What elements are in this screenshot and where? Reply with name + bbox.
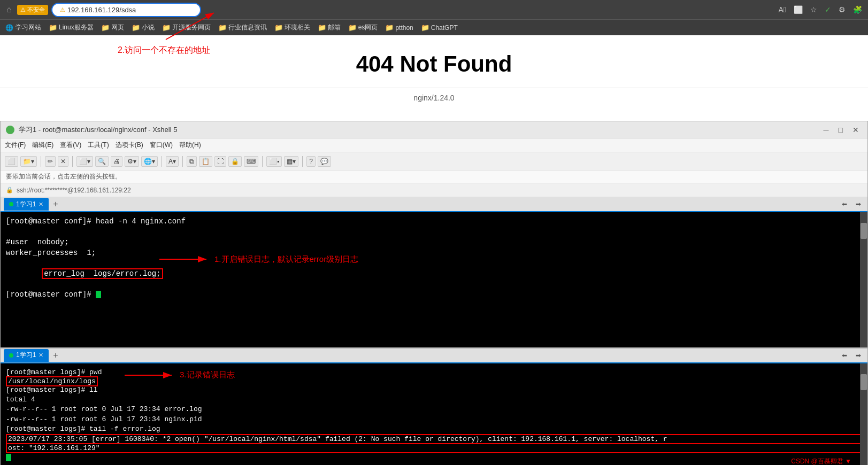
toolbar-new[interactable]: ⬜ (5, 156, 18, 167)
t2-line-5: -rw-r--r-- 1 root root 0 Jul 17 23:34 er… (6, 405, 862, 414)
toolbar-search[interactable]: 🔍 (95, 156, 109, 167)
xshell-titlebar-1: 学习1 - root@master:/usr/local/nginx/conf … (1, 121, 867, 138)
shield-icon[interactable]: ✓ (823, 4, 833, 15)
annotation-wrapper: 2.访问一个不存在的地址 (118, 45, 210, 56)
home-button[interactable]: ⌂ (4, 3, 14, 17)
tab-close-button[interactable]: ✕ (39, 201, 43, 208)
toolbar-copy-row[interactable]: ⬜▾ (76, 156, 93, 167)
xshell-toolbar-1: ⬜ 📁▾ ✏ ✕ ⬜▾ 🔍 🖨 ⚙▾ 🌐▾ A▾ ⧉ 📋 ⛶ 🔒 ⌨ ⬜▪ ▦▾… (1, 152, 867, 170)
bookmark-linux[interactable]: 📁 Linux服务器 (49, 23, 94, 32)
toolbar-properties[interactable]: ⚙▾ (125, 156, 139, 167)
lock-icon: ⚠ (60, 6, 65, 13)
menu-edit[interactable]: 编辑(E) (32, 141, 53, 150)
t2-line-4: total 4 (6, 395, 862, 405)
annotation-arrow-2 (124, 370, 177, 381)
bookmark-label: ptthon (395, 24, 413, 32)
bookmark-chatgpt[interactable]: 📁 ChatGPT (421, 24, 458, 32)
toolbar-font[interactable]: A▾ (166, 156, 179, 167)
scroll-thumb-1[interactable] (861, 223, 867, 239)
toolbar-print[interactable]: 🖨 (111, 156, 122, 167)
tab-icon[interactable]: ⬜ (792, 4, 804, 15)
browser-toolbar-icons: A⃞ ⬜ ☆ ✓ ⚙ 🧩 (777, 4, 864, 15)
toolbar-globe[interactable]: 🌐▾ (141, 156, 158, 167)
toolbar-scroll[interactable]: ⬜▪ (266, 156, 282, 167)
bookmark-label: Linux服务器 (59, 23, 94, 32)
t2-error-wrap: 2023/07/17 23:35:05 [error] 16083#0: *2 … (6, 434, 862, 453)
page-divider (0, 88, 868, 88)
scrollbar-1[interactable] (860, 212, 867, 347)
annotation-arrow (160, 10, 225, 42)
bookmark-site[interactable]: 🌐 学习网站 (5, 23, 41, 32)
bookmark-novel[interactable]: 📁 小说 (132, 23, 155, 32)
scroll-thumb-2[interactable] (861, 374, 867, 390)
bookmark-industry[interactable]: 📁 行业信息资讯 (218, 23, 267, 32)
sidebar-toggle2[interactable]: ➡ (852, 199, 864, 209)
toolbar-lock[interactable]: 🔒 (228, 156, 242, 167)
settings-icon[interactable]: ⚙ (837, 4, 847, 15)
folder-icon: 📁 (49, 24, 57, 32)
maximize-button[interactable]: □ (835, 125, 846, 135)
cursor (96, 291, 101, 298)
toolbar-chat[interactable]: 💬 (318, 156, 331, 167)
toolbar-layout[interactable]: ▦▾ (284, 156, 298, 167)
terminal-line-1: [root@master conf]# head -n 4 nginx.conf (6, 216, 862, 227)
toolbar-paste[interactable]: 📋 (199, 156, 212, 167)
extension-icon[interactable]: 🧩 (851, 4, 864, 15)
menu-file[interactable]: 文件(F) (5, 141, 26, 150)
t2-line-3: [root@master logs]# ll (6, 385, 862, 395)
cursor-2 (6, 454, 11, 461)
folder-icon: 📁 (274, 24, 283, 32)
folder-icon: 📁 (421, 24, 429, 32)
terminal-line-6: [root@master conf]# (6, 290, 862, 300)
toolbar-key[interactable]: ⌨ (244, 156, 258, 167)
translate-icon[interactable]: A⃞ (777, 4, 788, 15)
bookmark-webpage[interactable]: 📁 网页 (101, 23, 124, 32)
bookmark-mail[interactable]: 📁 邮箱 (318, 23, 341, 32)
minimize-button[interactable]: ─ (820, 125, 832, 135)
toolbar-help[interactable]: ? (306, 156, 316, 167)
scrollbar-2[interactable] (860, 363, 867, 465)
menu-view[interactable]: 查看(V) (60, 141, 81, 150)
menu-help[interactable]: 帮助(H) (179, 141, 201, 150)
toolbar-open[interactable]: 📁▾ (20, 156, 37, 167)
t2-cursor-line (6, 453, 862, 463)
menu-window[interactable]: 窗口(W) (150, 141, 173, 150)
star-icon[interactable]: ☆ (809, 4, 819, 15)
xshell-tab-2[interactable]: 1学习1 ✕ (4, 349, 49, 362)
bookmark-es[interactable]: 📁 es网页 (348, 23, 378, 32)
browser-chrome: ⌂ ⚠ 不安全 ⚠ 192.168.161.129/sdsa A⃞ ⬜ ☆ ✓ … (0, 0, 868, 35)
annotation-text-1: 1.开启错误日志，默认记录error级别日志 (214, 254, 358, 265)
bookmarks-bar: 🌐 学习网站 📁 Linux服务器 📁 网页 📁 小说 📁 开源服务网页 📁 行… (0, 19, 868, 35)
tab-add-button[interactable]: + (51, 199, 60, 209)
folder-icon: 📁 (385, 24, 394, 32)
tab-close-button-2[interactable]: ✕ (39, 352, 43, 359)
sidebar-toggle[interactable]: ⬅ (839, 199, 850, 209)
bookmark-label: 环境相关 (285, 23, 310, 32)
bookmark-python[interactable]: 📁 ptthon (385, 24, 413, 32)
window-controls: ─ □ ✕ (820, 125, 862, 135)
sidebar-toggle-3[interactable]: ⬅ (839, 351, 850, 360)
svg-line-1 (166, 13, 214, 40)
menu-tab[interactable]: 选项卡(B) (116, 141, 143, 150)
terminal-1[interactable]: [root@master conf]# head -n 4 nginx.conf… (1, 212, 867, 347)
csdn-watermark: CSDN @百慕卿君 ▼ (791, 457, 851, 465)
close-button[interactable]: ✕ (849, 125, 862, 135)
folder-icon: 📁 (318, 24, 326, 32)
bookmark-env[interactable]: 📁 环境相关 (274, 23, 310, 32)
error-log-line-cont: ost: "192.168.161.129" (6, 444, 862, 453)
toolbar-pen[interactable]: ✏ (45, 156, 56, 167)
session-address: ssh://root:*********@192.168.161.129:22 (17, 187, 131, 194)
menu-tools[interactable]: 工具(T) (88, 141, 109, 150)
sidebar-toggle-4[interactable]: ➡ (852, 351, 864, 360)
tab-add-button-2[interactable]: + (51, 351, 60, 360)
xshell-tabs-2: 1学习1 ✕ + ⬅ ➡ (1, 348, 867, 363)
xshell-tab-1[interactable]: 1学习1 ✕ (4, 198, 49, 211)
tab-label: 1学习1 (16, 200, 36, 209)
terminal-annotation-2: 3.记录错误日志 (124, 370, 235, 381)
toolbar-x[interactable]: ✕ (58, 156, 68, 167)
session-hint-1: 要添加当前会话，点击左侧的箭头按钮。 (1, 170, 867, 183)
warning-text: 不安全 (27, 6, 45, 14)
toolbar-copy[interactable]: ⧉ (187, 156, 197, 167)
terminal-line-5: error_log logs/error.log; (6, 258, 163, 290)
toolbar-fullscreen[interactable]: ⛶ (214, 156, 226, 167)
